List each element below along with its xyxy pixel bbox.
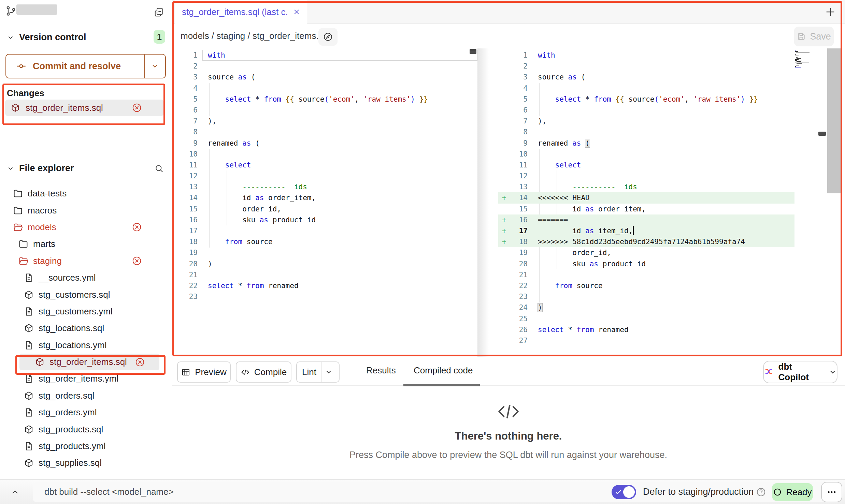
code-line-11[interactable]: 11 select <box>498 160 794 171</box>
code-line-19[interactable]: 19 <box>175 247 477 258</box>
code-line-10[interactable]: 10 <box>498 149 794 160</box>
code-line-12[interactable]: 12 <box>498 171 794 181</box>
code-line-20[interactable]: 20 sku as product_id <box>498 258 794 269</box>
file-item-models[interactable]: models <box>0 219 171 236</box>
file-item-stg-orders-yml[interactable]: stg_orders.yml <box>0 404 171 421</box>
file-item-stg-supplies-sql[interactable]: stg_supplies.sql <box>0 455 171 471</box>
file-item-marts[interactable]: marts <box>0 236 171 252</box>
code-line-3[interactable]: 3source as ( <box>498 72 794 83</box>
code-line-12[interactable]: 12 <box>175 171 477 181</box>
code-line-1[interactable]: 1with <box>175 50 477 61</box>
code-line-17[interactable]: 17 <box>175 225 477 236</box>
code-line-9[interactable]: 9renamed as ( <box>175 138 477 149</box>
commit-dropdown-button[interactable] <box>144 55 165 78</box>
file-item-macros[interactable]: macros <box>0 202 171 219</box>
version-control-header[interactable]: Version control <box>7 32 86 43</box>
code-line-18[interactable]: 18 from source <box>175 236 477 247</box>
git-branch-icon[interactable] <box>5 5 16 16</box>
preview-button[interactable]: Preview <box>177 361 231 383</box>
code-line-26[interactable]: 26select * from renamed <box>498 324 794 335</box>
file-item-stg-order-items-sql[interactable]: stg_order_items.sql <box>19 354 159 370</box>
code-line-8[interactable]: 8 <box>498 127 794 137</box>
code-line-21[interactable]: 21 <box>498 269 794 280</box>
code-line-13[interactable]: 13 ---------- ids <box>175 181 477 192</box>
code-line-11[interactable]: 11 select <box>175 160 477 171</box>
code-line-24[interactable]: 24) <box>498 302 794 313</box>
file-item-stg-customers-yml[interactable]: stg_customers.yml <box>0 303 171 320</box>
dbt-copilot-button[interactable]: dbt Copilot <box>763 361 837 383</box>
code-line-2[interactable]: 2 <box>175 61 477 72</box>
code-line-5[interactable]: 5 select * from {{ source('ecom', 'raw_i… <box>498 94 794 105</box>
code-line-23[interactable]: 23 <box>175 291 477 302</box>
changed-file-row[interactable]: stg_order_items.sql <box>5 100 164 116</box>
code-pane-original[interactable]: 1with23source as (45 select * from {{ so… <box>175 48 477 357</box>
minimap[interactable] <box>795 50 819 70</box>
discard-change-icon[interactable] <box>132 222 142 232</box>
tab-results[interactable]: Results <box>366 365 396 376</box>
code-line-9[interactable]: 9renamed as ( <box>498 138 794 149</box>
search-icon[interactable] <box>154 164 164 173</box>
more-options-button[interactable] <box>821 482 842 502</box>
copy-icon[interactable] <box>154 7 164 17</box>
code-line-7[interactable]: 7), <box>175 116 477 127</box>
lineage-button[interactable] <box>318 28 338 46</box>
file-item-stg-locations-sql[interactable]: stg_locations.sql <box>0 320 171 337</box>
code-line-19[interactable]: 19 order_id, <box>498 247 794 258</box>
code-line-6[interactable]: 6 <box>175 105 477 116</box>
code-line-22[interactable]: 22select * from renamed <box>175 280 477 291</box>
code-line-14[interactable]: 14 id as order_item, <box>175 192 477 203</box>
code-line-17[interactable]: +17 id as item_id, <box>498 225 794 236</box>
status-badge[interactable]: Ready <box>772 483 813 501</box>
code-line-15[interactable]: 15 order_id, <box>175 204 477 214</box>
defer-toggle[interactable] <box>612 485 636 499</box>
discard-change-icon[interactable] <box>135 357 145 367</box>
code-line-6[interactable]: 6 <box>498 105 794 116</box>
code-line-3[interactable]: 3source as ( <box>175 72 477 83</box>
file-item-stg-locations-yml[interactable]: stg_locations.yml <box>0 337 171 354</box>
code-line-4[interactable]: 4 <box>175 83 477 94</box>
help-icon[interactable] <box>756 487 766 497</box>
file-item-data-tests[interactable]: data-tests <box>0 185 171 202</box>
lint-button[interactable]: Lint <box>296 361 340 383</box>
code-line-21[interactable]: 21 <box>175 269 477 280</box>
code-line-20[interactable]: 20) <box>175 258 477 269</box>
code-line-22[interactable]: 22 from source <box>498 280 794 291</box>
lint-dropdown-button[interactable] <box>321 362 336 382</box>
right-pane-scroll-thumb[interactable] <box>818 132 826 136</box>
close-icon[interactable] <box>292 8 301 16</box>
discard-change-icon[interactable] <box>132 103 142 113</box>
code-line-4[interactable]: 4 <box>498 83 794 94</box>
code-line-1[interactable]: 1with <box>498 50 794 61</box>
plus-icon[interactable] <box>825 6 836 18</box>
code-line-10[interactable]: 10 <box>175 149 477 160</box>
file-item-staging[interactable]: staging <box>0 253 171 269</box>
code-line-18[interactable]: +18>>>>>>> 58c1dd23d5eebd9cd2495fa7124ab… <box>498 236 794 247</box>
code-line-16[interactable]: +16======= <box>498 214 794 225</box>
code-line-14[interactable]: +14<<<<<<< HEAD <box>498 192 794 203</box>
editor-scrollbar[interactable] <box>827 48 842 193</box>
file-item-stg-products-yml[interactable]: stg_products.yml <box>0 438 171 455</box>
file-item--sources-yml[interactable]: __sources.yml <box>0 269 171 286</box>
tab-compiled-code[interactable]: Compiled code <box>414 365 473 376</box>
code-line-8[interactable]: 8 <box>175 127 477 137</box>
code-line-7[interactable]: 7), <box>498 116 794 127</box>
code-line-2[interactable]: 2 <box>498 61 794 72</box>
code-line-5[interactable]: 5 select * from {{ source('ecom', 'raw_i… <box>175 94 477 105</box>
file-item-stg-customers-sql[interactable]: stg_customers.sql <box>0 286 171 303</box>
file-explorer-header[interactable]: File explorer <box>7 163 74 174</box>
code-line-27[interactable]: 27 <box>498 335 794 346</box>
code-pane-modified[interactable]: 1with23source as (45 select * from {{ so… <box>498 48 794 357</box>
code-line-15[interactable]: 15 id as order_item, <box>498 204 794 214</box>
file-item-stg-order-items-yml[interactable]: stg_order_items.yml <box>0 370 171 387</box>
save-button[interactable]: Save <box>794 27 834 46</box>
code-line-25[interactable]: 25 <box>498 313 794 324</box>
tab-stg-order-items[interactable]: stg_order_items.sql (last c... <box>175 0 307 24</box>
chevron-up-icon[interactable] <box>10 487 20 497</box>
commit-and-resolve-button[interactable]: Commit and resolve <box>5 54 166 78</box>
discard-change-icon[interactable] <box>132 256 142 266</box>
code-line-16[interactable]: 16 sku as product_id <box>175 214 477 225</box>
compile-button[interactable]: Compile <box>236 361 291 383</box>
code-line-13[interactable]: 13 ---------- ids <box>498 181 794 192</box>
file-item-stg-orders-sql[interactable]: stg_orders.sql <box>0 387 171 404</box>
file-item-stg-products-sql[interactable]: stg_products.sql <box>0 421 171 438</box>
